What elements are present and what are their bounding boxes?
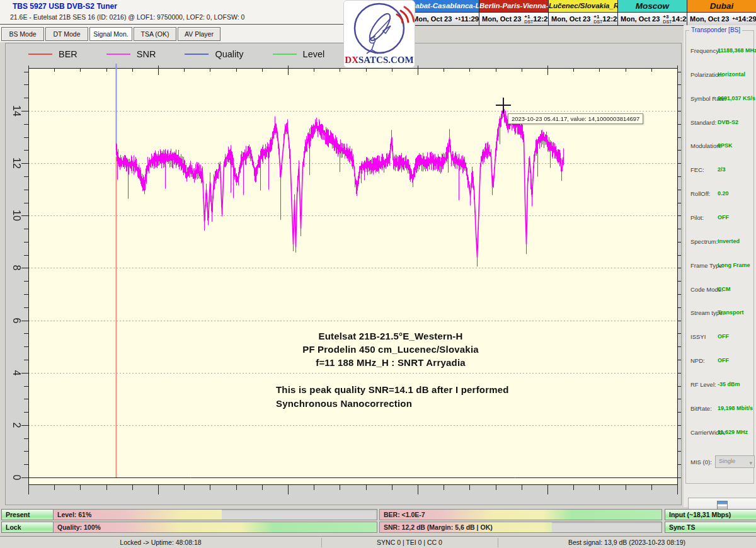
transponder-row-label: Spectrum:: [690, 238, 718, 245]
data-point-tooltip: 2023-10-23 05.41.17, value: 14,100000381…: [508, 113, 643, 124]
transponder-row-value: Long Frame: [718, 262, 750, 268]
transponder-row-label: Standard:: [690, 119, 716, 126]
transponder-row-value: 19,198 Mbit/s: [718, 405, 753, 411]
status-bar: Locked -> Uptime: 48:08:18 SYNC 0 | TEI …: [0, 536, 756, 548]
logo-text-dx: DX: [345, 55, 358, 65]
tab-tsa-ok-[interactable]: TSA (OK): [134, 27, 176, 41]
dst-flag: DST: [663, 20, 672, 24]
status-best-signal: Best signal: 13,9 dB (2023-10-23 08:19): [498, 537, 756, 548]
clock-time-row: Mon, Oct 23+1DST12:29: [479, 13, 548, 25]
transponder-row-value: Inverted: [718, 238, 740, 244]
tab-dt-mode[interactable]: DT Mode: [45, 27, 88, 41]
sidebar: Transponder [BS] Frequency:11188,368 MHz…: [684, 25, 756, 507]
y-axis-tick-label: 10: [9, 207, 23, 224]
dst-flag: DST: [524, 20, 533, 24]
ber-meter: BER: <1.0E-7: [379, 509, 662, 520]
tuner-subtitle: 21.6E - Eutelsat 21B SES 16 (ID: 0216) @…: [10, 13, 244, 21]
transponder-row-label: RF Level:: [690, 381, 716, 388]
clock-city-label: Moscow: [618, 0, 687, 13]
legend-label: Quality: [215, 49, 243, 59]
transponder-groupbox: Transponder [BS] Frequency:11188,368 MHz…: [685, 30, 754, 484]
transponder-row-label: Pilot:: [690, 214, 704, 221]
present-indicator: Present: [1, 509, 56, 520]
legend-swatch-ber: [28, 54, 52, 55]
transponder-row-label: NPD:: [690, 357, 705, 364]
transponder-row-value: 11188,368 MHz: [718, 47, 756, 54]
clock-time-row: Mon, Oct 23+414:29: [687, 13, 756, 25]
clock-date: Mon, Oct 23: [482, 15, 521, 23]
window-title: TBS 5927 USB DVB-S2 Tuner: [13, 2, 117, 11]
legend-item-ber: BER: [28, 49, 77, 59]
legend-label: SNR: [137, 49, 156, 59]
clock-date: Mon, Oct 23: [621, 15, 660, 23]
app-window: TBS 5927 USB DVB-S2 Tuner 21.6E - Eutels…: [0, 0, 756, 548]
transponder-row-label: ISSYI: [690, 333, 706, 340]
clock-berlin-paris-vienna-belgrade: Berlin-Paris-Vienna-BelgradeMon, Oct 23+…: [479, 0, 548, 25]
clock-utc-offset: +4: [732, 16, 738, 21]
clock-city-label: Berlin-Paris-Vienna-Belgrade: [479, 0, 548, 13]
utc-offset: +4: [732, 16, 738, 21]
quality-meter: Quality: 100%: [53, 522, 377, 533]
tab-bs-mode[interactable]: BS Mode: [1, 27, 44, 41]
meter-label: SNR: 12,2 dB (Margin: 5,6 dB | OK): [384, 522, 493, 532]
y-axis-tick-label: 4: [9, 365, 23, 381]
meter-gradient: [54, 522, 377, 532]
mis-select[interactable]: Single ▾: [715, 455, 755, 468]
input-bitrate-indicator: Input (~18,31 Mbps): [665, 509, 756, 520]
status-sync-counters: SYNC 0 | TEI 0 | CC 0: [321, 537, 498, 548]
legend-item-level: Level: [273, 49, 325, 59]
meter-label: Quality: 100%: [57, 522, 101, 532]
status-lock-uptime: Locked -> Uptime: 48:08:18: [0, 537, 321, 548]
clock-dubai: DubaiMon, Oct 23+414:29: [687, 0, 756, 25]
world-clock-bar: Rabat-Casablanca-LondonMon, Oct 23+111:2…: [410, 0, 756, 26]
chart-annotation-peak: This is peak quality SNR=14.1 dB after I…: [276, 383, 541, 410]
utc-offset: +1: [524, 14, 533, 20]
transponder-row-label: Modulation:: [690, 142, 721, 149]
y-axis-tick-label: 14: [9, 103, 23, 119]
y-axis-tick-label: 2: [9, 417, 23, 433]
clock-lu-enec-slovakia-r-d-vid: Lučenec/Slovakia_R.DávidMon, Oct 23+1DST…: [548, 0, 617, 25]
utc-offset: +1: [455, 16, 461, 21]
transponder-row-value: 9691,037 KS/s: [718, 95, 755, 101]
chevron-down-icon: ▾: [749, 458, 752, 468]
legend-label: BER: [59, 49, 77, 59]
tab-signal-mon-[interactable]: Signal Mon.: [89, 27, 132, 41]
dxsatcs-logo: DXSATCS.COM: [343, 0, 415, 68]
transponder-row-value: -35 dBm: [718, 381, 740, 387]
clock-date: Mon, Oct 23: [551, 15, 590, 23]
y-axis-tick-label: 12: [9, 155, 23, 171]
clock-utc-offset: +1DST: [593, 14, 602, 24]
legend-swatch-level: [273, 54, 297, 55]
legend-label: Level: [303, 49, 325, 59]
clock-date: Mon, Oct 23: [413, 15, 452, 23]
clock-time-row: Mon, Oct 23+1DST12:29: [549, 13, 617, 25]
clock-time-value: 11:29: [461, 15, 479, 23]
logo-text-rest: SATCS.COM: [358, 55, 414, 65]
clock-city-label: Dubai: [687, 0, 756, 13]
y-axis-tick-label: 0: [9, 469, 23, 486]
clock-city-label: Lučenec/Slovakia_R.Dávid: [549, 0, 617, 13]
transponder-row-value: Transport: [718, 309, 744, 316]
clock-time-row: Mon, Oct 23+3DST14:29: [618, 13, 687, 25]
transponder-row-value: CCM: [718, 286, 731, 292]
y-axis-tick-label: 8: [9, 260, 23, 276]
tab-av-player[interactable]: AV Player: [178, 27, 220, 41]
satellite-dish-logo-art: DXSATCS.COM: [344, 1, 415, 67]
transponder-row-label: BitRate:: [690, 405, 712, 412]
clock-city-label: Rabat-Casablanca-London: [410, 0, 479, 13]
tabs: BS ModeDT ModeSignal Mon.TSA (OK)AV Play…: [1, 27, 220, 41]
sync-ts-indicator: Sync TS: [665, 522, 756, 533]
svg-text:DXSATCS.COM: DXSATCS.COM: [345, 55, 413, 65]
transponder-groupbox-title: Transponder [BS]: [689, 26, 742, 33]
legend-swatch-snr: [106, 54, 130, 55]
chart-legend: BERSNRQualityLevel: [28, 49, 324, 59]
clock-time-value: 14:29: [738, 15, 756, 23]
transponder-row-label: Frequency:: [690, 47, 721, 54]
mis-label: MIS (0):: [690, 459, 712, 465]
clock-time-row: Mon, Oct 23+111:29: [410, 13, 479, 25]
legend-item-quality: Quality: [185, 49, 243, 59]
clock-rabat-casablanca-london: Rabat-Casablanca-LondonMon, Oct 23+111:2…: [410, 0, 479, 25]
utc-offset: +3: [663, 14, 672, 20]
snr-trend-plot[interactable]: [6, 43, 681, 505]
transponder-row-value: OFF: [718, 333, 729, 340]
